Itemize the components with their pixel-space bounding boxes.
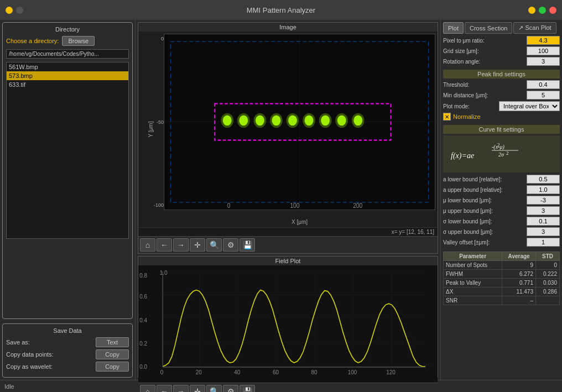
stats-row-spots: Number of Spots 9 0: [444, 261, 560, 270]
a-lower-input[interactable]: [527, 175, 560, 184]
svg-text:60: 60: [273, 369, 279, 375]
svg-text:0: 0: [227, 202, 231, 210]
zoom-button[interactable]: 🔍: [206, 238, 222, 252]
grid-size-label: Grid size [μm]:: [443, 48, 479, 54]
back-button[interactable]: ←: [157, 238, 172, 252]
mu-lower-input[interactable]: [527, 196, 560, 205]
save-section: Save Data Save as: Text Copy data points…: [2, 323, 133, 378]
stats-row-dx: ΔX 11.473 0.286: [444, 288, 560, 296]
svg-text:0.6: 0.6: [139, 294, 147, 300]
normalize-checkbox[interactable]: ✕: [443, 113, 451, 121]
sigma-upper-row: σ upper bound [μm]:: [443, 227, 560, 236]
stats-row-snr: SNR –: [444, 296, 560, 305]
a-lower-label: a lower bound [relative]:: [443, 176, 502, 182]
tl-right-green[interactable]: [539, 7, 546, 14]
image-section: Image Y [μm] 0 -50 -100: [138, 22, 438, 254]
sigma-lower-label: σ lower bound [μm]:: [443, 218, 492, 224]
forward-button[interactable]: →: [173, 238, 189, 252]
stats-header-std: STD: [535, 252, 559, 261]
peak-find-header: Peak find settings: [443, 70, 560, 79]
svg-text:0.2: 0.2: [139, 341, 147, 347]
plot-mode-select[interactable]: Integral over Box Peak Value Average: [499, 101, 560, 111]
dir-label: Choose a directory:: [6, 38, 59, 44]
config-button[interactable]: ⚙: [223, 238, 238, 252]
tl-minimize[interactable]: [6, 7, 13, 14]
tab-scan-plot[interactable]: ↗ Scan Plot: [513, 22, 556, 34]
min-distance-label: Min distance [μm]:: [443, 92, 488, 98]
copy-wavelet-label: Copy as wavelet:: [6, 363, 53, 370]
sigma-upper-label: σ upper bound [μm]:: [443, 229, 493, 235]
field-plot-svg: 0.0 0.2 0.4 0.6 0.8 1.0 0 20 40 60 80 10…: [138, 265, 438, 383]
rotation-input[interactable]: [527, 57, 560, 66]
svg-text:2σ: 2σ: [498, 151, 504, 158]
fp-pan-button[interactable]: ✛: [190, 385, 205, 392]
grid-size-input[interactable]: [527, 46, 560, 55]
fp-save-button[interactable]: 💾: [240, 385, 255, 392]
stats-std-1: 0: [535, 261, 559, 270]
copy-data-button[interactable]: Copy: [96, 349, 129, 359]
mu-upper-input[interactable]: [527, 206, 560, 215]
sigma-lower-row: σ lower bound [μm]:: [443, 217, 560, 226]
fp-back-button[interactable]: ←: [157, 385, 172, 392]
file-item-2[interactable]: 573.bmp: [7, 71, 128, 80]
field-plot-section: Field Plot: [138, 256, 438, 378]
curve-fit-header: Curve fit settings: [443, 125, 560, 134]
tl-right-red[interactable]: [549, 7, 556, 14]
mu-upper-label: μ upper bound [μm]:: [443, 208, 493, 214]
a-upper-label: a upper bound [relative]:: [443, 187, 503, 193]
file-item-1[interactable]: 561W.bmp: [7, 62, 128, 71]
pan-button[interactable]: ✛: [190, 238, 205, 252]
tab-plot[interactable]: Plot: [443, 22, 464, 34]
pixel-ratio-input[interactable]: [527, 36, 560, 45]
fp-home-button[interactable]: ⌂: [140, 385, 155, 392]
fp-zoom-button[interactable]: 🔍: [206, 385, 222, 392]
stats-header-param: Parameter: [444, 252, 502, 261]
stats-param-5: SNR: [444, 296, 502, 305]
sigma-lower-input[interactable]: [527, 217, 560, 226]
field-plot-toolbar: ⌂ ← → ✛ 🔍 ⚙ 💾: [138, 383, 438, 392]
a-lower-row: a lower bound [relative]:: [443, 175, 560, 184]
file-item-3[interactable]: 633.tif: [7, 80, 128, 89]
save-as-button[interactable]: Text: [96, 337, 129, 347]
stats-avg-2: 6.272: [502, 270, 536, 279]
threshold-input[interactable]: [527, 80, 560, 89]
home-button[interactable]: ⌂: [140, 238, 155, 252]
valley-input[interactable]: [527, 238, 560, 247]
stats-param-1: Number of Spots: [444, 261, 502, 270]
fp-config-button[interactable]: ⚙: [223, 385, 238, 392]
directory-title: Directory: [6, 26, 129, 33]
tl-right-yellow[interactable]: [528, 7, 535, 14]
svg-text:100: 100: [348, 369, 357, 375]
left-panel: Directory Choose a directory: Browse /ho…: [0, 20, 136, 380]
min-distance-row: Min distance [μm]:: [443, 91, 560, 100]
titlebar: MMI Pattern Analyzer: [0, 0, 562, 20]
svg-text:2: 2: [497, 142, 500, 148]
stats-std-5: [535, 296, 559, 305]
svg-point-19: [319, 113, 332, 128]
tab-cross-section[interactable]: Cross Section: [465, 22, 512, 34]
svg-rect-26: [138, 265, 438, 383]
traffic-lights-right: [528, 7, 556, 14]
min-distance-input[interactable]: [527, 91, 560, 100]
stats-std-2: 0.222: [535, 270, 559, 279]
file-list: 561W.bmp 573.bmp 633.tif: [6, 62, 129, 239]
plot-mode-label: Plot mode:: [443, 103, 470, 109]
svg-text:120: 120: [386, 369, 396, 375]
save-image-button[interactable]: 💾: [240, 238, 255, 252]
copy-wavelet-button[interactable]: Copy: [96, 362, 129, 372]
mu-upper-row: μ upper bound [μm]:: [443, 206, 560, 215]
fp-forward-button[interactable]: →: [173, 385, 189, 392]
center-panel: Image Y [μm] 0 -50 -100: [136, 20, 440, 380]
browse-button[interactable]: Browse: [62, 36, 95, 46]
tl-placeholder: [16, 7, 23, 14]
svg-point-18: [303, 113, 315, 128]
normalize-label: Normalize: [453, 113, 481, 120]
image-toolbar: ⌂ ← → ✛ 🔍 ⚙ 💾: [138, 236, 438, 253]
image-svg: 0 100 200: [164, 34, 435, 210]
sigma-upper-input[interactable]: [527, 227, 560, 236]
rotation-label: Rotation angle:: [443, 59, 480, 65]
curve-fit-section: f(x)=ae -(x-μ) 2 2σ 2: [443, 135, 560, 173]
a-upper-input[interactable]: [527, 185, 560, 194]
pixel-ratio-row: Pixel to μm ratio:: [443, 36, 560, 45]
normalize-row: ✕ Normalize: [443, 113, 560, 121]
